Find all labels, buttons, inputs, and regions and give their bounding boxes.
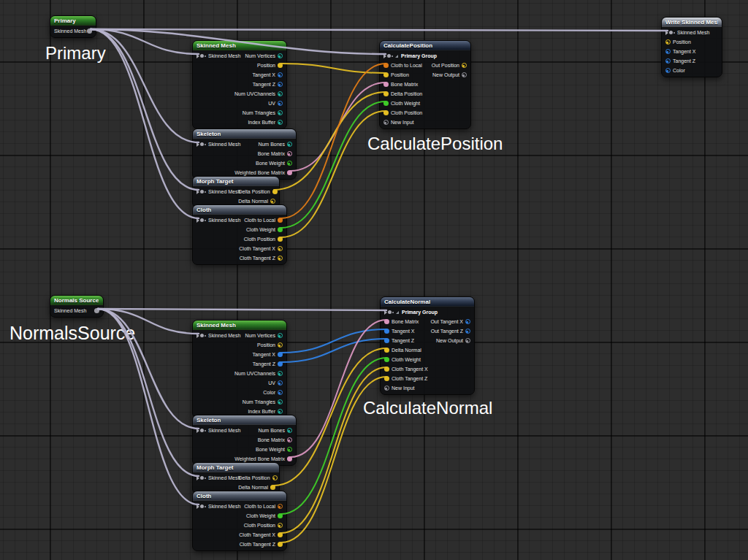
wire-cloth-position-to-calcpos[interactable] (281, 111, 386, 237)
node-morph-target-b[interactable]: Morph TargetSkinned MeshDelta PositionDe… (192, 462, 280, 494)
node-skinned-mesh-b[interactable]: Skinned MeshSkinned MeshNum VerticesPosi… (192, 320, 287, 418)
group-expander-icon[interactable] (396, 311, 399, 314)
pin-index-buffer-out[interactable] (278, 120, 283, 125)
node-row: Cloth Tangent X (381, 364, 474, 374)
node-calculate-normal[interactable]: CalculateNormalPrimary GroupBone MatrixO… (380, 296, 475, 395)
pin-num-vertices-out[interactable] (278, 333, 283, 338)
pin-bone-matrix-out[interactable] (287, 151, 292, 156)
pin-out-tangent-x-out[interactable] (465, 319, 470, 324)
pin-label-tangent-z: Tangent Z (253, 80, 275, 89)
pin-cloth-tangent-z-out[interactable] (278, 256, 283, 261)
node-header-primary[interactable]: Primary (50, 16, 96, 26)
node-cloth-b[interactable]: ClothSkinned MeshCloth to LocalCloth Wei… (192, 491, 287, 551)
node-normals-source[interactable]: Normals SourceSkinned Mesh (50, 295, 104, 318)
pin-color-in[interactable] (665, 68, 671, 73)
node-row: New Input (380, 118, 470, 127)
pin-new-input-in[interactable] (383, 120, 389, 125)
pin-cloth-to-local-out[interactable] (278, 504, 283, 509)
node-skeleton-b[interactable]: SkeletonSkinned MeshNum BonesBone Matrix… (192, 415, 297, 466)
row-input-group: Cloth Position (383, 108, 422, 118)
node-row: New Input (381, 383, 474, 393)
node-row: Cloth Weight (193, 225, 286, 234)
pin-bone-weight-out[interactable] (287, 161, 292, 166)
node-row: Cloth Position (193, 521, 286, 530)
node-primary[interactable]: PrimarySkinned Mesh (50, 15, 96, 38)
pin-cloth-tangent-x-out[interactable] (278, 246, 283, 251)
node-calculate-position[interactable]: CalculatePositionPrimary GroupCloth to L… (379, 40, 471, 129)
pin-index-buffer-out[interactable] (278, 409, 283, 414)
pin-tangent-x-out[interactable] (278, 72, 283, 77)
wire-primary-to-write-skinned-mesh[interactable] (91, 29, 668, 31)
node-row: Bone Matrix (380, 80, 470, 89)
pin-num-bones-out[interactable] (287, 142, 292, 147)
group-expander-icon[interactable] (395, 55, 398, 58)
row-output-group: Cloth Weight (246, 511, 283, 521)
wire-primary-to-cloth-a[interactable] (91, 29, 199, 218)
node-cloth-a[interactable]: ClothSkinned MeshCloth to LocalCloth Wei… (192, 204, 287, 265)
pin-position-out[interactable] (278, 342, 283, 348)
node-skeleton-a[interactable]: SkeletonSkinned MeshNum BonesBone Matrix… (192, 129, 297, 180)
pin-num-triangles-out[interactable] (278, 110, 283, 115)
pin-delta-position-out[interactable] (272, 475, 278, 480)
node-row: Cloth Position (380, 108, 470, 118)
node-skinned-mesh-a[interactable]: Skinned MeshSkinned MeshNum VerticesPosi… (192, 40, 287, 129)
wire-normals-source-to-calcnormal-group[interactable] (98, 309, 386, 310)
node-morph-target-a[interactable]: Morph TargetSkinned MeshDelta PositionDe… (192, 176, 280, 208)
pin-label-skinned-mesh: Skinned Mesh (208, 473, 240, 483)
wire-tangent-z-to-calcnormal[interactable] (281, 339, 386, 362)
pin-new-output-out[interactable] (462, 72, 467, 77)
pin-bone-weight-out[interactable] (287, 447, 292, 452)
pin-position-in[interactable] (665, 39, 671, 45)
object-pin-dot-icon (200, 476, 204, 480)
pin-uv-out[interactable] (278, 101, 283, 106)
node-header-cloth-a[interactable]: Cloth (193, 205, 286, 215)
node-header-skeleton-a[interactable]: Skeleton (193, 129, 296, 139)
comment-primary: Primary (45, 44, 106, 63)
node-header-calculate-normal[interactable]: CalculateNormal (381, 297, 474, 307)
row-input-group: Cloth Tangent Z (384, 374, 427, 383)
pin-tangent-z-out[interactable] (278, 82, 283, 87)
node-header-write-skinned-mesh[interactable]: Write Skinned Mesh (662, 18, 722, 27)
pin-num-bones-out[interactable] (287, 428, 292, 433)
pin-label-delta-position: Delta Position (238, 473, 270, 483)
node-header-skinned-mesh-b[interactable]: Skinned Mesh (193, 321, 286, 330)
pin-tangent-z-in[interactable] (665, 58, 671, 64)
pin-num-vertices-out[interactable] (278, 53, 283, 58)
pin-tangent-x-in[interactable] (665, 49, 671, 54)
node-row: Tangent XOut Tangent Z (381, 326, 474, 336)
node-header-normals-source[interactable]: Normals Source (50, 296, 103, 305)
pin-new-input-in[interactable] (384, 386, 389, 391)
pin-new-output-out[interactable] (465, 338, 470, 343)
graph-canvas[interactable]: PrimaryCalculatePositionNormalsSourceCal… (0, 0, 748, 560)
wire-cloth-weight-to-calcnormal[interactable] (281, 358, 386, 514)
node-row: Delta Position (380, 89, 470, 99)
node-row: UV (193, 378, 286, 388)
pin-color-out[interactable] (278, 390, 283, 395)
node-header-calculate-position[interactable]: CalculatePosition (380, 41, 470, 50)
pin-out-tangent-z-out[interactable] (465, 329, 470, 334)
pin-cloth-position-out[interactable] (278, 523, 283, 528)
pin-delta-normal-out[interactable] (270, 199, 275, 204)
pin-num-uvchannels-out[interactable] (278, 91, 283, 96)
pin-label-primary-group: Primary Group (402, 307, 438, 317)
pin-label-bone-weight: Bone Weight (256, 158, 285, 168)
pin-bone-matrix-out[interactable] (287, 437, 292, 442)
node-header-morph-target-a[interactable]: Morph Target (193, 177, 279, 186)
pin-out-position-out[interactable] (462, 63, 467, 68)
pin-label-new-input: New Input (392, 383, 415, 393)
wire-cloth-weight-to-calcpos[interactable] (281, 101, 386, 228)
row-input-group: Delta Position (383, 89, 422, 99)
node-row: PositionNew Output (380, 70, 470, 80)
node-header-morph-target-b[interactable]: Morph Target (193, 463, 279, 472)
pin-label-out-position: Out Position (432, 61, 459, 70)
node-row: Skinned Mesh (50, 26, 96, 36)
node-write-skinned-mesh[interactable]: Write Skinned MeshSkinned MeshPositionTa… (661, 17, 722, 77)
node-header-cloth-b[interactable]: Cloth (193, 491, 286, 501)
node-row: Tangent X (193, 350, 286, 359)
node-title: Skinned Mesh (196, 42, 236, 49)
pin-uv-out[interactable] (278, 380, 283, 386)
pin-num-uvchannels-out[interactable] (278, 371, 283, 376)
pin-num-triangles-out[interactable] (278, 399, 283, 404)
wire-tangent-x-to-calcnormal[interactable] (281, 329, 386, 353)
node-header-skeleton-b[interactable]: Skeleton (193, 415, 296, 425)
